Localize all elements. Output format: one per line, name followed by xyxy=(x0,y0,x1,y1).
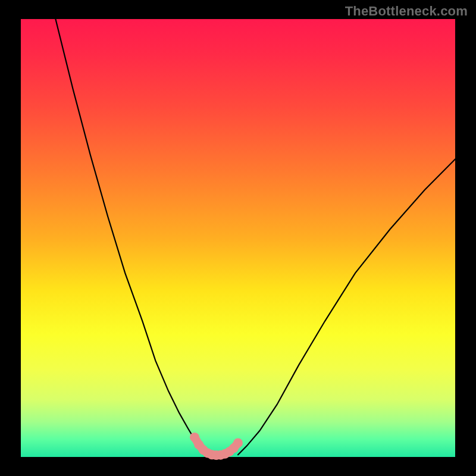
chart-frame: TheBottleneck.com xyxy=(0,0,476,476)
plot-area xyxy=(21,19,455,457)
left-curve xyxy=(55,19,208,455)
curves-svg xyxy=(21,19,455,457)
watermark-text: TheBottleneck.com xyxy=(345,4,468,19)
sweet-spot-markers xyxy=(190,433,243,460)
right-curve xyxy=(238,159,455,455)
svg-point-10 xyxy=(233,438,243,447)
